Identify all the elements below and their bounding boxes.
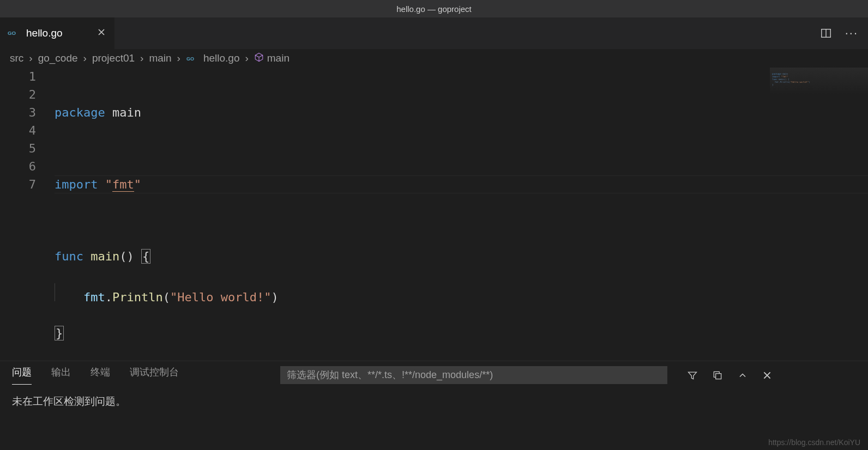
breadcrumb-file[interactable]: GO hello.go [186,52,240,64]
tab-filename: hello.go [26,27,63,39]
svg-text:GO: GO [8,30,16,36]
more-actions-icon[interactable]: ··· [845,26,858,40]
line-number: 2 [0,86,36,104]
code-content[interactable]: package main import "fmt" func main() { … [55,68,868,361]
editor-tabs-row: GO hello.go ··· [0,17,868,49]
problems-empty-message: 未在工作区检测到问题。 [12,396,126,407]
split-editor-icon[interactable] [820,27,832,39]
panel-actions [687,370,774,381]
watermark: https://blog.csdn.net/KoiYU [768,438,860,447]
filter-input[interactable] [280,366,667,384]
line-number: 6 [0,157,36,175]
panel-filter [280,366,667,384]
chevron-right-icon: › [177,52,180,64]
go-file-icon: GO [8,29,22,37]
go-file-icon: GO [186,54,200,62]
filter-icon[interactable] [687,370,698,381]
svg-text:GO: GO [186,56,194,61]
line-number: 7 [0,175,36,193]
line-number: 5 [0,139,36,157]
window-title: hello.go — goproject [396,4,472,14]
line-number: 3 [0,104,36,121]
svg-rect-5 [716,373,721,379]
line-number: 1 [0,68,36,86]
close-panel-icon[interactable] [762,370,772,380]
tabs-actions: ··· [820,17,868,49]
chevron-right-icon: › [245,52,248,64]
chevron-right-icon: › [29,52,32,64]
panel-tab-output[interactable]: 输出 [51,366,71,385]
window-titlebar: hello.go — goproject [0,0,868,17]
breadcrumb-item[interactable]: main [149,52,171,64]
breadcrumb-item[interactable]: go_code [38,52,78,64]
breadcrumb[interactable]: src › go_code › project01 › main › GO he… [0,49,868,68]
editor-area[interactable]: 1 2 3 4 5 6 7 package main import "fmt" … [0,68,868,361]
panel-tab-terminal[interactable]: 终端 [91,366,110,385]
breadcrumb-item[interactable]: src [10,52,23,64]
breadcrumb-item[interactable]: project01 [92,52,135,64]
package-icon [254,52,264,65]
minimap[interactable]: package main import "fmt" func main() { … [770,68,868,95]
chevron-up-icon[interactable] [737,370,748,381]
chevron-right-icon: › [140,52,143,64]
chevron-right-icon: › [83,52,87,64]
panel-body: 未在工作区检测到问题。 [0,385,868,450]
editor-tab[interactable]: GO hello.go [0,17,114,49]
panel: 问题 输出 终端 调试控制台 未在工作区检测到问题。 [0,361,868,450]
close-tab-icon[interactable] [95,26,108,41]
panel-tab-problems[interactable]: 问题 [12,366,32,385]
collapse-all-icon[interactable] [712,370,723,381]
line-number-gutter: 1 2 3 4 5 6 7 [0,68,55,361]
breadcrumb-symbol[interactable]: main [254,52,290,65]
vertical-scrollbar[interactable] [860,68,868,361]
panel-tab-debug-console[interactable]: 调试控制台 [130,366,179,385]
line-number: 4 [0,121,36,139]
panel-tabs: 问题 输出 终端 调试控制台 [0,361,868,385]
